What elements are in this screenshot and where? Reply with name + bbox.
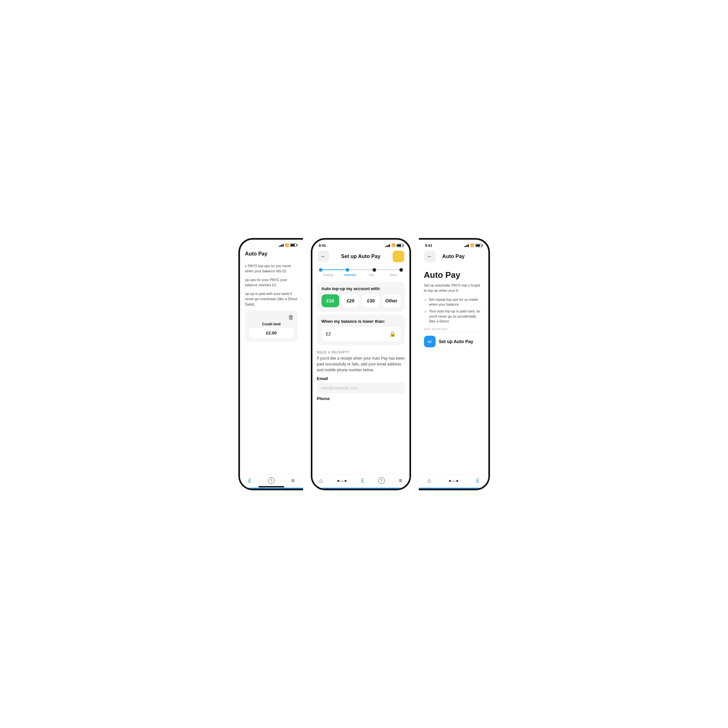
left-text3: op-up is paid with your bank ll never go… bbox=[245, 291, 298, 307]
signal-icon-center bbox=[385, 244, 390, 247]
divider-right bbox=[424, 332, 483, 332]
infinity-icon-wrap: ∞ bbox=[424, 336, 436, 347]
nav-item-money-right[interactable]: £ bbox=[476, 477, 479, 484]
left-phone-title: Auto Pay bbox=[245, 251, 268, 257]
checkmark-icon-1: ✓ bbox=[424, 298, 427, 302]
wifi-icon-right: 📶 bbox=[470, 243, 474, 247]
battery-icon-left bbox=[290, 243, 297, 247]
home-icon-center: ⌂ bbox=[319, 477, 323, 484]
right-nav-title: Auto Pay bbox=[442, 254, 464, 259]
lightning-button[interactable]: ⚡ bbox=[393, 251, 404, 262]
menu-icon-center: ≡ bbox=[399, 477, 402, 484]
balance-card: When my balance is lower than: £2 🔒 bbox=[317, 314, 405, 346]
battery-icon-right bbox=[476, 244, 482, 247]
left-content: c PAYG top-ups so you never when your ba… bbox=[240, 258, 303, 347]
email-label: Email bbox=[317, 376, 405, 381]
step-label-amount: Amount bbox=[339, 273, 361, 277]
phone-right: 9:41 📶 ← Auto Pay bbox=[419, 238, 490, 490]
receipt-heading: NEED A RECEIPT? bbox=[317, 350, 405, 354]
balance-card-title: When my balance is lower than: bbox=[321, 319, 401, 324]
money-icon-center: £ bbox=[361, 477, 364, 484]
money-icon-right: £ bbox=[476, 477, 479, 484]
receipt-section: NEED A RECEIPT? If you'd like a receipt … bbox=[312, 348, 410, 405]
phone-left: 📶 Auto Pay c PAYG top-ups so you never w… bbox=[239, 238, 303, 490]
setup-autopay-label: Set up Auto Pay bbox=[439, 339, 474, 344]
credit-limit-value: £2.00 bbox=[249, 328, 294, 338]
wifi-icon-left: 📶 bbox=[285, 243, 289, 247]
bottom-nav-right: ⌂ ●―● £ bbox=[419, 474, 488, 489]
step-line-3 bbox=[376, 269, 399, 270]
step-dot-energy bbox=[319, 268, 323, 272]
amount-card: Auto top-up my account with: £10 £20 £30… bbox=[317, 282, 405, 312]
activity-icon-center: ●―● bbox=[337, 478, 347, 483]
credit-limit-label: Credit limit bbox=[249, 322, 294, 326]
left-text2: op-ups for your PAYG your balance reache… bbox=[245, 277, 298, 288]
menu-icon-left: ≡ bbox=[291, 477, 295, 484]
money-icon-left: £ bbox=[248, 477, 251, 484]
back-arrow-icon-right: ← bbox=[427, 254, 433, 259]
nav-item-help-center[interactable]: ? bbox=[378, 477, 385, 484]
balance-input: £2 🔒 bbox=[321, 327, 401, 341]
right-big-title: Auto Pay bbox=[424, 270, 483, 280]
battery-icon-center bbox=[396, 244, 403, 247]
right-content: Auto Pay Set up automatic PAYG top-u for… bbox=[419, 265, 488, 353]
nav-item-money-center[interactable]: £ bbox=[361, 477, 364, 484]
left-text1: c PAYG top-ups so you never when your ba… bbox=[245, 263, 298, 274]
setup-row[interactable]: ∞ Set up Auto Pay bbox=[424, 336, 483, 347]
stepper-dots bbox=[312, 265, 410, 272]
step-label-energy: Energy bbox=[318, 273, 339, 277]
stepper-labels: Energy Amount Pay Done bbox=[312, 272, 410, 279]
back-arrow-icon: ← bbox=[321, 254, 326, 259]
checkmark-icon-2: ✓ bbox=[424, 309, 427, 314]
back-button-right[interactable]: ← bbox=[424, 251, 436, 262]
credit-card: 🗑 Credit limit £2.00 bbox=[245, 310, 298, 342]
trash-icon[interactable]: 🗑 bbox=[288, 314, 294, 321]
phone-center: 9:41 📶 ← Set up Auto Pay ⚡ bbox=[311, 238, 411, 490]
nav-item-home-right[interactable]: ⌂ bbox=[428, 477, 431, 484]
nav-item-help-left[interactable]: ? bbox=[268, 477, 275, 484]
email-input[interactable]: sam@example.com bbox=[317, 382, 405, 394]
nav-item-menu-center[interactable]: ≡ bbox=[399, 477, 402, 484]
right-description: Set up automatic PAYG top-u forget to to… bbox=[424, 283, 483, 293]
get-started-label: GET STARTED bbox=[424, 327, 483, 331]
nav-item-home-center[interactable]: ⌂ bbox=[319, 477, 323, 484]
amount-options: £10 £20 £30 Other bbox=[321, 294, 401, 307]
bottom-nav-left: £ ? ≡ bbox=[240, 474, 303, 489]
nav-bar-right: ← Auto Pay bbox=[419, 249, 488, 265]
lock-icon: 🔒 bbox=[389, 331, 396, 337]
status-icons-right: 📶 bbox=[464, 243, 482, 247]
amount-card-title: Auto top-up my account with: bbox=[321, 286, 401, 291]
step-dot-amount bbox=[346, 268, 349, 272]
bottom-nav-center: ⌂ ●―● £ ? ≡ bbox=[312, 474, 410, 489]
nav-item-activity-center[interactable]: ●―● bbox=[337, 478, 347, 483]
activity-icon-right: ●―● bbox=[448, 478, 459, 483]
phone-label: Phone bbox=[317, 396, 405, 401]
status-icons-left: 📶 bbox=[279, 243, 297, 247]
scene: 📶 Auto Pay c PAYG top-ups so you never w… bbox=[219, 219, 510, 510]
check-item-2: ✓ Your auto top-up is paid card, so you'… bbox=[424, 309, 483, 324]
infinity-icon: ∞ bbox=[428, 338, 432, 345]
status-time-center: 9:41 bbox=[319, 243, 326, 248]
wifi-icon-center: 📶 bbox=[392, 243, 395, 247]
amount-btn-other[interactable]: Other bbox=[382, 294, 401, 307]
check-text-2: Your auto top-up is paid card, so you'll… bbox=[429, 309, 483, 324]
step-dot-pay bbox=[373, 268, 376, 272]
amount-btn-10[interactable]: £10 bbox=[321, 294, 339, 307]
status-bar-left: 📶 bbox=[240, 240, 303, 248]
signal-icon-left bbox=[279, 243, 284, 247]
back-button-center[interactable]: ← bbox=[318, 251, 329, 262]
home-icon-right: ⌂ bbox=[428, 477, 431, 484]
nav-item-activity-right[interactable]: ●―● bbox=[448, 478, 459, 483]
amount-btn-30[interactable]: £30 bbox=[362, 294, 380, 307]
nav-bar-center: ← Set up Auto Pay ⚡ bbox=[312, 249, 410, 265]
nav-item-money-left[interactable]: £ bbox=[248, 477, 251, 484]
nav-item-menu-left[interactable]: ≡ bbox=[291, 477, 295, 484]
amount-btn-20[interactable]: £20 bbox=[342, 294, 359, 307]
help-icon-left: ? bbox=[268, 477, 275, 484]
status-bar-right: 9:41 📶 bbox=[419, 240, 488, 249]
status-icons-center: 📶 bbox=[385, 243, 403, 247]
receipt-text: If you'd like a receipt when your Auto P… bbox=[317, 355, 405, 373]
step-dot-done bbox=[399, 268, 403, 272]
lightning-icon: ⚡ bbox=[395, 253, 402, 260]
status-time-right: 9:41 bbox=[425, 243, 433, 248]
